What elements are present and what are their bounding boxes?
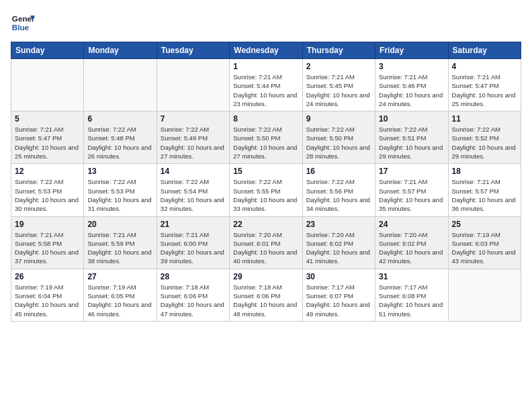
page-header: General Blue bbox=[11, 11, 521, 35]
day-info: Sunrise: 7:21 AMSunset: 5:45 PMDaylight:… bbox=[306, 73, 371, 108]
calendar-day: 6Sunrise: 7:22 AMSunset: 5:48 PMDaylight… bbox=[84, 111, 157, 164]
day-info: Sunrise: 7:21 AMSunset: 5:46 PMDaylight:… bbox=[379, 73, 444, 108]
day-number: 4 bbox=[452, 62, 517, 71]
calendar-table: SundayMondayTuesdayWednesdayThursdayFrid… bbox=[11, 42, 521, 322]
day-info: Sunrise: 7:22 AMSunset: 5:48 PMDaylight:… bbox=[87, 125, 152, 161]
day-number: 13 bbox=[87, 167, 152, 176]
day-number: 26 bbox=[15, 272, 80, 281]
logo-icon: General Blue bbox=[11, 11, 35, 35]
day-info: Sunrise: 7:22 AMSunset: 5:53 PMDaylight:… bbox=[87, 177, 152, 213]
calendar-week-3: 12Sunrise: 7:22 AMSunset: 5:53 PMDayligh… bbox=[11, 164, 521, 216]
header-tuesday: Tuesday bbox=[157, 42, 229, 59]
calendar-day: 30Sunrise: 7:17 AMSunset: 6:07 PMDayligh… bbox=[302, 269, 375, 321]
day-info: Sunrise: 7:21 AMSunset: 5:44 PMDaylight:… bbox=[233, 73, 298, 108]
day-number: 22 bbox=[233, 220, 298, 229]
calendar-day: 4Sunrise: 7:21 AMSunset: 5:47 PMDaylight… bbox=[448, 59, 521, 111]
day-number: 8 bbox=[233, 114, 298, 124]
header-thursday: Thursday bbox=[302, 42, 375, 59]
day-info: Sunrise: 7:21 AMSunset: 5:59 PMDaylight:… bbox=[87, 230, 152, 266]
day-number: 17 bbox=[379, 167, 444, 176]
day-info: Sunrise: 7:20 AMSunset: 6:02 PMDaylight:… bbox=[379, 230, 444, 266]
day-number: 15 bbox=[233, 167, 298, 176]
day-number: 6 bbox=[87, 114, 152, 124]
day-number: 3 bbox=[379, 62, 444, 71]
day-number: 1 bbox=[233, 62, 298, 71]
calendar-day: 22Sunrise: 7:20 AMSunset: 6:01 PMDayligh… bbox=[230, 216, 302, 269]
day-info: Sunrise: 7:22 AMSunset: 5:56 PMDaylight:… bbox=[306, 177, 371, 213]
day-info: Sunrise: 7:21 AMSunset: 5:47 PMDaylight:… bbox=[452, 73, 517, 108]
day-number: 23 bbox=[306, 220, 371, 229]
day-number: 24 bbox=[379, 220, 444, 229]
header-wednesday: Wednesday bbox=[230, 42, 302, 59]
day-number: 21 bbox=[161, 220, 226, 229]
calendar-day: 26Sunrise: 7:19 AMSunset: 6:04 PMDayligh… bbox=[11, 269, 84, 321]
calendar-day: 11Sunrise: 7:22 AMSunset: 5:52 PMDayligh… bbox=[448, 111, 521, 164]
calendar-day: 13Sunrise: 7:22 AMSunset: 5:53 PMDayligh… bbox=[84, 164, 157, 216]
calendar-week-4: 19Sunrise: 7:21 AMSunset: 5:58 PMDayligh… bbox=[11, 216, 521, 269]
calendar-day: 10Sunrise: 7:22 AMSunset: 5:51 PMDayligh… bbox=[375, 111, 448, 164]
svg-text:General: General bbox=[12, 14, 35, 23]
calendar-day: 3Sunrise: 7:21 AMSunset: 5:46 PMDaylight… bbox=[375, 59, 448, 111]
day-info: Sunrise: 7:22 AMSunset: 5:54 PMDaylight:… bbox=[161, 177, 226, 213]
calendar-day: 24Sunrise: 7:20 AMSunset: 6:02 PMDayligh… bbox=[375, 216, 448, 269]
day-number: 16 bbox=[306, 167, 371, 176]
calendar-week-1: 1Sunrise: 7:21 AMSunset: 5:44 PMDaylight… bbox=[11, 59, 521, 111]
calendar-day: 8Sunrise: 7:22 AMSunset: 5:50 PMDaylight… bbox=[230, 111, 302, 164]
day-info: Sunrise: 7:19 AMSunset: 6:05 PMDaylight:… bbox=[87, 283, 152, 318]
day-info: Sunrise: 7:19 AMSunset: 6:03 PMDaylight:… bbox=[452, 230, 517, 266]
day-number: 14 bbox=[161, 167, 226, 176]
calendar-day: 2Sunrise: 7:21 AMSunset: 5:45 PMDaylight… bbox=[302, 59, 375, 111]
day-number: 12 bbox=[15, 167, 80, 176]
day-number: 25 bbox=[452, 220, 517, 229]
day-number: 7 bbox=[161, 114, 226, 124]
day-info: Sunrise: 7:22 AMSunset: 5:53 PMDaylight:… bbox=[15, 177, 80, 213]
header-monday: Monday bbox=[84, 42, 157, 59]
calendar-header-row: SundayMondayTuesdayWednesdayThursdayFrid… bbox=[11, 42, 521, 59]
calendar-week-5: 26Sunrise: 7:19 AMSunset: 6:04 PMDayligh… bbox=[11, 269, 521, 321]
calendar-day: 14Sunrise: 7:22 AMSunset: 5:54 PMDayligh… bbox=[157, 164, 229, 216]
day-info: Sunrise: 7:22 AMSunset: 5:50 PMDaylight:… bbox=[306, 125, 371, 161]
calendar-day bbox=[84, 59, 157, 111]
day-info: Sunrise: 7:21 AMSunset: 5:57 PMDaylight:… bbox=[379, 177, 444, 213]
day-number: 9 bbox=[306, 114, 371, 124]
calendar-day: 28Sunrise: 7:18 AMSunset: 6:06 PMDayligh… bbox=[157, 269, 229, 321]
day-number: 10 bbox=[379, 114, 444, 124]
logo: General Blue bbox=[11, 11, 38, 35]
day-info: Sunrise: 7:22 AMSunset: 5:50 PMDaylight:… bbox=[233, 125, 298, 161]
header-friday: Friday bbox=[375, 42, 448, 59]
calendar-day: 23Sunrise: 7:20 AMSunset: 6:02 PMDayligh… bbox=[302, 216, 375, 269]
day-info: Sunrise: 7:21 AMSunset: 5:57 PMDaylight:… bbox=[452, 177, 517, 213]
day-number: 5 bbox=[15, 114, 80, 124]
day-info: Sunrise: 7:22 AMSunset: 5:55 PMDaylight:… bbox=[233, 177, 298, 213]
header-sunday: Sunday bbox=[11, 42, 84, 59]
calendar-day bbox=[157, 59, 229, 111]
calendar-day: 27Sunrise: 7:19 AMSunset: 6:05 PMDayligh… bbox=[84, 269, 157, 321]
calendar-day: 7Sunrise: 7:22 AMSunset: 5:49 PMDaylight… bbox=[157, 111, 229, 164]
day-number: 18 bbox=[452, 167, 517, 176]
calendar-day: 16Sunrise: 7:22 AMSunset: 5:56 PMDayligh… bbox=[302, 164, 375, 216]
day-number: 2 bbox=[306, 62, 371, 71]
day-info: Sunrise: 7:21 AMSunset: 5:58 PMDaylight:… bbox=[15, 230, 80, 266]
svg-text:Blue: Blue bbox=[12, 23, 30, 32]
day-info: Sunrise: 7:21 AMSunset: 6:00 PMDaylight:… bbox=[161, 230, 226, 266]
day-info: Sunrise: 7:17 AMSunset: 6:07 PMDaylight:… bbox=[306, 283, 371, 318]
day-info: Sunrise: 7:18 AMSunset: 6:06 PMDaylight:… bbox=[161, 283, 226, 318]
day-number: 27 bbox=[87, 272, 152, 281]
day-info: Sunrise: 7:22 AMSunset: 5:52 PMDaylight:… bbox=[452, 125, 517, 161]
day-info: Sunrise: 7:22 AMSunset: 5:51 PMDaylight:… bbox=[379, 125, 444, 161]
calendar-day: 31Sunrise: 7:17 AMSunset: 6:08 PMDayligh… bbox=[375, 269, 448, 321]
day-number: 31 bbox=[379, 272, 444, 281]
day-info: Sunrise: 7:18 AMSunset: 6:06 PMDaylight:… bbox=[233, 283, 298, 318]
day-info: Sunrise: 7:19 AMSunset: 6:04 PMDaylight:… bbox=[15, 283, 80, 318]
calendar-day: 12Sunrise: 7:22 AMSunset: 5:53 PMDayligh… bbox=[11, 164, 84, 216]
day-number: 20 bbox=[87, 220, 152, 229]
calendar-day: 17Sunrise: 7:21 AMSunset: 5:57 PMDayligh… bbox=[375, 164, 448, 216]
calendar-day: 5Sunrise: 7:21 AMSunset: 5:47 PMDaylight… bbox=[11, 111, 84, 164]
calendar-day: 20Sunrise: 7:21 AMSunset: 5:59 PMDayligh… bbox=[84, 216, 157, 269]
calendar-day: 9Sunrise: 7:22 AMSunset: 5:50 PMDaylight… bbox=[302, 111, 375, 164]
day-number: 11 bbox=[452, 114, 517, 124]
day-number: 30 bbox=[306, 272, 371, 281]
calendar-day: 29Sunrise: 7:18 AMSunset: 6:06 PMDayligh… bbox=[230, 269, 302, 321]
day-info: Sunrise: 7:20 AMSunset: 6:01 PMDaylight:… bbox=[233, 230, 298, 266]
calendar-day bbox=[11, 59, 84, 111]
